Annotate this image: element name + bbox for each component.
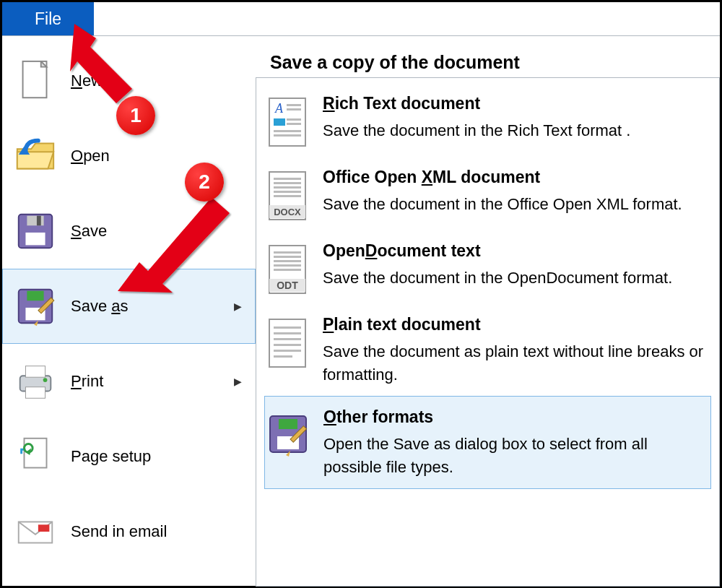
menu-item-print[interactable]: Print ▶ xyxy=(2,344,256,419)
svg-rect-46 xyxy=(274,332,301,334)
docx-file-icon: DOCX xyxy=(266,170,308,221)
odt-file-icon: ODT xyxy=(266,244,308,295)
svg-rect-44 xyxy=(269,319,305,367)
menu-item-label: Save as xyxy=(71,297,221,316)
svg-rect-37 xyxy=(274,251,301,254)
rich-text-icon: A xyxy=(266,97,308,147)
menu-item-page-setup[interactable]: Page setup xyxy=(2,419,256,494)
menu-item-label: Print xyxy=(71,372,221,391)
svg-text:DOCX: DOCX xyxy=(274,207,301,217)
printer-icon xyxy=(13,359,58,404)
svg-rect-41 xyxy=(274,269,301,271)
option-desc: Save the document in the Office Open XML… xyxy=(323,193,706,216)
save-floppy-icon xyxy=(13,209,58,254)
svg-rect-32 xyxy=(274,191,301,193)
option-title: Other formats xyxy=(323,407,705,427)
svg-rect-21 xyxy=(287,104,301,106)
svg-rect-45 xyxy=(274,327,301,329)
svg-rect-5 xyxy=(37,216,41,226)
save-as-panel: Save a copy of the document A Rich Text … xyxy=(256,36,720,586)
svg-rect-39 xyxy=(274,260,301,262)
svg-rect-31 xyxy=(274,186,301,189)
svg-rect-48 xyxy=(274,344,301,346)
option-rich-text[interactable]: A Rich Text document Save the document i… xyxy=(265,84,710,157)
option-desc: Save the document in the OpenDocument fo… xyxy=(323,267,706,290)
svg-rect-26 xyxy=(274,130,301,132)
option-other-formats[interactable]: Other formats Open the Save as dialog bo… xyxy=(264,396,711,489)
svg-rect-18 xyxy=(38,524,50,532)
option-desc: Save the document in the Rich Text forma… xyxy=(323,119,706,142)
menu-item-label: Save xyxy=(71,222,246,241)
submenu-arrow-icon: ▶ xyxy=(234,301,246,312)
save-as-floppy-icon xyxy=(13,284,58,329)
option-office-open-xml[interactable]: DOCX Office Open XML document Save the d… xyxy=(265,157,710,231)
svg-rect-27 xyxy=(274,134,301,137)
svg-text:A: A xyxy=(274,101,284,116)
menu-item-label: Open xyxy=(71,147,246,165)
svg-point-14 xyxy=(43,378,48,382)
svg-rect-3 xyxy=(25,233,45,245)
svg-rect-30 xyxy=(274,182,301,184)
svg-rect-38 xyxy=(274,256,301,258)
svg-rect-29 xyxy=(274,178,301,180)
svg-rect-50 xyxy=(274,355,292,358)
submenu-arrow-icon: ▶ xyxy=(234,376,246,387)
open-folder-icon xyxy=(13,134,58,178)
other-formats-floppy-icon xyxy=(267,410,309,461)
option-plain-text[interactable]: Plain text document Save the document as… xyxy=(265,305,710,397)
menu-item-label: Page setup xyxy=(71,447,246,466)
option-title: Office Open XML document xyxy=(323,168,706,187)
svg-rect-24 xyxy=(287,118,301,121)
svg-rect-12 xyxy=(25,366,45,378)
svg-rect-4 xyxy=(27,216,43,226)
page-setup-icon xyxy=(13,434,58,479)
plain-text-icon xyxy=(266,318,308,368)
menubar: File xyxy=(2,2,720,36)
option-title: OpenDocument text xyxy=(323,241,706,261)
option-desc: Save the document as plain text without … xyxy=(323,340,706,386)
svg-rect-47 xyxy=(274,338,301,340)
panel-title: Save a copy of the document xyxy=(270,52,707,73)
option-desc: Open the Save as dialog box to select fr… xyxy=(323,433,705,479)
menu-item-label: Send in email xyxy=(71,522,246,541)
menu-item-save-as[interactable]: Save as ▶ xyxy=(2,269,256,344)
svg-rect-49 xyxy=(274,350,301,352)
menu-item-save[interactable]: Save xyxy=(2,194,256,269)
svg-rect-8 xyxy=(27,291,43,301)
new-document-icon xyxy=(13,59,58,103)
svg-rect-13 xyxy=(25,387,45,399)
option-title: Rich Text document xyxy=(323,94,706,113)
file-menu-label: File xyxy=(35,9,61,29)
option-opendocument[interactable]: ODT OpenDocument text Save the document … xyxy=(265,231,710,305)
annotation-badge-1: 1 xyxy=(116,96,155,135)
menu-item-send-email[interactable]: Send in email xyxy=(2,494,256,569)
annotation-badge-2: 2 xyxy=(185,163,224,202)
svg-text:ODT: ODT xyxy=(277,280,298,291)
svg-rect-53 xyxy=(279,419,297,429)
svg-rect-33 xyxy=(274,195,301,197)
svg-rect-22 xyxy=(287,108,301,111)
file-menu-tab[interactable]: File xyxy=(2,2,94,35)
option-title: Plain text document xyxy=(323,315,706,334)
menu-item-label: New xyxy=(71,72,246,90)
email-envelope-icon xyxy=(13,509,58,554)
svg-rect-40 xyxy=(274,264,301,267)
svg-rect-23 xyxy=(274,118,285,126)
svg-rect-25 xyxy=(287,123,301,125)
